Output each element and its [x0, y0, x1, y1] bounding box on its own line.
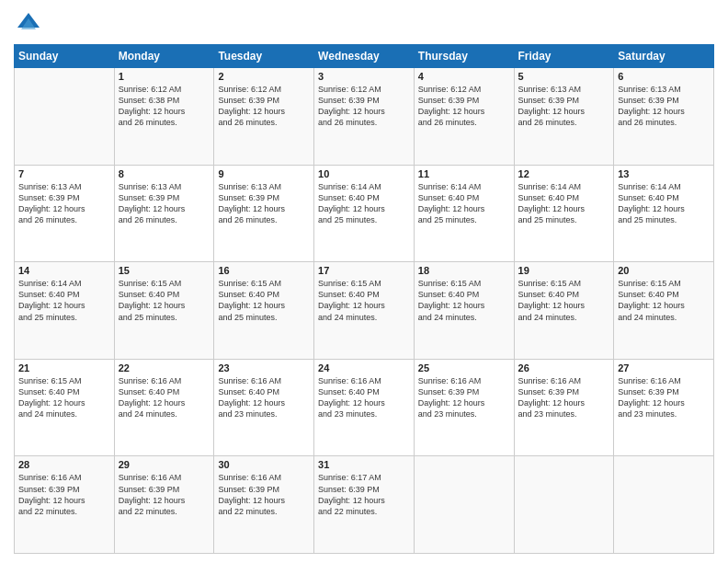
day-number: 17 [318, 265, 410, 276]
day-header-tuesday: Tuesday [214, 45, 314, 68]
logo-icon [14, 9, 43, 39]
day-info: Sunrise: 6:16 AM Sunset: 6:39 PM Dayligh… [518, 375, 610, 420]
day-info: Sunrise: 6:15 AM Sunset: 6:40 PM Dayligh… [218, 278, 310, 323]
day-info: Sunrise: 6:14 AM Sunset: 6:40 PM Dayligh… [318, 181, 410, 226]
calendar-cell: 17Sunrise: 6:15 AM Sunset: 6:40 PM Dayli… [314, 262, 415, 360]
header [14, 9, 714, 39]
calendar-cell: 11Sunrise: 6:14 AM Sunset: 6:40 PM Dayli… [414, 165, 514, 262]
day-info: Sunrise: 6:16 AM Sunset: 6:40 PM Dayligh… [218, 375, 310, 420]
day-number: 28 [18, 459, 110, 470]
day-info: Sunrise: 6:16 AM Sunset: 6:40 PM Dayligh… [318, 375, 410, 420]
day-number: 3 [318, 71, 410, 82]
calendar-cell: 12Sunrise: 6:14 AM Sunset: 6:40 PM Dayli… [514, 165, 614, 262]
day-info: Sunrise: 6:15 AM Sunset: 6:40 PM Dayligh… [119, 278, 210, 323]
day-number: 21 [18, 362, 110, 373]
calendar-cell: 18Sunrise: 6:15 AM Sunset: 6:40 PM Dayli… [414, 262, 514, 360]
calendar-cell: 28Sunrise: 6:16 AM Sunset: 6:39 PM Dayli… [15, 456, 115, 554]
calendar-cell: 14Sunrise: 6:14 AM Sunset: 6:40 PM Dayli… [15, 262, 115, 360]
day-number: 31 [318, 459, 410, 470]
calendar-cell [15, 68, 115, 166]
day-info: Sunrise: 6:16 AM Sunset: 6:39 PM Dayligh… [418, 375, 510, 420]
day-header-saturday: Saturday [614, 45, 714, 68]
day-number: 20 [618, 265, 710, 276]
day-info: Sunrise: 6:13 AM Sunset: 6:39 PM Dayligh… [518, 84, 610, 129]
calendar-cell [514, 456, 614, 554]
calendar-cell: 16Sunrise: 6:15 AM Sunset: 6:40 PM Dayli… [214, 262, 314, 360]
logo [14, 9, 47, 39]
day-number: 14 [18, 265, 110, 276]
day-number: 27 [618, 362, 710, 373]
day-number: 9 [218, 168, 310, 179]
day-header-sunday: Sunday [15, 45, 115, 68]
calendar-cell: 7Sunrise: 6:13 AM Sunset: 6:39 PM Daylig… [15, 165, 115, 262]
day-number: 30 [218, 459, 310, 470]
calendar-cell: 10Sunrise: 6:14 AM Sunset: 6:40 PM Dayli… [314, 165, 415, 262]
calendar-cell: 26Sunrise: 6:16 AM Sunset: 6:39 PM Dayli… [514, 359, 614, 456]
day-info: Sunrise: 6:15 AM Sunset: 6:40 PM Dayligh… [418, 278, 510, 323]
day-number: 19 [518, 265, 610, 276]
day-number: 15 [119, 265, 210, 276]
day-number: 13 [618, 168, 710, 179]
day-info: Sunrise: 6:12 AM Sunset: 6:39 PM Dayligh… [318, 84, 410, 129]
calendar-cell: 3Sunrise: 6:12 AM Sunset: 6:39 PM Daylig… [314, 68, 415, 166]
day-number: 24 [318, 362, 410, 373]
calendar-cell: 19Sunrise: 6:15 AM Sunset: 6:40 PM Dayli… [514, 262, 614, 360]
day-info: Sunrise: 6:15 AM Sunset: 6:40 PM Dayligh… [518, 278, 610, 323]
calendar-cell: 21Sunrise: 6:15 AM Sunset: 6:40 PM Dayli… [15, 359, 115, 456]
calendar-cell: 4Sunrise: 6:12 AM Sunset: 6:39 PM Daylig… [414, 68, 514, 166]
calendar-header-row: SundayMondayTuesdayWednesdayThursdayFrid… [15, 45, 714, 68]
calendar-cell: 24Sunrise: 6:16 AM Sunset: 6:40 PM Dayli… [314, 359, 415, 456]
calendar-week-2: 7Sunrise: 6:13 AM Sunset: 6:39 PM Daylig… [15, 165, 714, 262]
day-info: Sunrise: 6:13 AM Sunset: 6:39 PM Dayligh… [218, 181, 310, 226]
calendar-cell: 5Sunrise: 6:13 AM Sunset: 6:39 PM Daylig… [514, 68, 614, 166]
day-number: 23 [218, 362, 310, 373]
day-info: Sunrise: 6:13 AM Sunset: 6:39 PM Dayligh… [618, 84, 710, 129]
day-number: 16 [218, 265, 310, 276]
day-info: Sunrise: 6:15 AM Sunset: 6:40 PM Dayligh… [18, 375, 110, 420]
calendar-cell: 23Sunrise: 6:16 AM Sunset: 6:40 PM Dayli… [214, 359, 314, 456]
day-header-friday: Friday [514, 45, 614, 68]
calendar-cell: 1Sunrise: 6:12 AM Sunset: 6:38 PM Daylig… [114, 68, 214, 166]
day-info: Sunrise: 6:12 AM Sunset: 6:38 PM Dayligh… [119, 84, 210, 129]
day-number: 26 [518, 362, 610, 373]
day-number: 4 [418, 71, 510, 82]
day-number: 18 [418, 265, 510, 276]
calendar-week-1: 1Sunrise: 6:12 AM Sunset: 6:38 PM Daylig… [15, 68, 714, 166]
day-info: Sunrise: 6:12 AM Sunset: 6:39 PM Dayligh… [418, 84, 510, 129]
calendar-cell [414, 456, 514, 554]
day-info: Sunrise: 6:13 AM Sunset: 6:39 PM Dayligh… [119, 181, 210, 226]
calendar-cell: 9Sunrise: 6:13 AM Sunset: 6:39 PM Daylig… [214, 165, 314, 262]
calendar-week-4: 21Sunrise: 6:15 AM Sunset: 6:40 PM Dayli… [15, 359, 714, 456]
calendar-cell [614, 456, 714, 554]
calendar-week-3: 14Sunrise: 6:14 AM Sunset: 6:40 PM Dayli… [15, 262, 714, 360]
page: SundayMondayTuesdayWednesdayThursdayFrid… [0, 0, 728, 563]
day-info: Sunrise: 6:14 AM Sunset: 6:40 PM Dayligh… [618, 181, 710, 226]
day-info: Sunrise: 6:16 AM Sunset: 6:39 PM Dayligh… [618, 375, 710, 420]
day-info: Sunrise: 6:16 AM Sunset: 6:40 PM Dayligh… [119, 375, 210, 420]
calendar-cell: 31Sunrise: 6:17 AM Sunset: 6:39 PM Dayli… [314, 456, 415, 554]
day-number: 8 [119, 168, 210, 179]
day-number: 7 [18, 168, 110, 179]
day-info: Sunrise: 6:17 AM Sunset: 6:39 PM Dayligh… [318, 472, 410, 517]
calendar-cell: 8Sunrise: 6:13 AM Sunset: 6:39 PM Daylig… [114, 165, 214, 262]
calendar-table: SundayMondayTuesdayWednesdayThursdayFrid… [14, 44, 714, 554]
calendar-cell: 20Sunrise: 6:15 AM Sunset: 6:40 PM Dayli… [614, 262, 714, 360]
day-number: 5 [518, 71, 610, 82]
day-info: Sunrise: 6:14 AM Sunset: 6:40 PM Dayligh… [518, 181, 610, 226]
day-info: Sunrise: 6:12 AM Sunset: 6:39 PM Dayligh… [218, 84, 310, 129]
day-header-monday: Monday [114, 45, 214, 68]
day-header-thursday: Thursday [414, 45, 514, 68]
day-number: 22 [119, 362, 210, 373]
day-number: 2 [218, 71, 310, 82]
calendar-cell: 29Sunrise: 6:16 AM Sunset: 6:39 PM Dayli… [114, 456, 214, 554]
day-number: 10 [318, 168, 410, 179]
day-info: Sunrise: 6:14 AM Sunset: 6:40 PM Dayligh… [18, 278, 110, 323]
day-number: 11 [418, 168, 510, 179]
day-number: 1 [119, 71, 210, 82]
day-number: 29 [119, 459, 210, 470]
day-info: Sunrise: 6:16 AM Sunset: 6:39 PM Dayligh… [119, 472, 210, 517]
calendar-cell: 27Sunrise: 6:16 AM Sunset: 6:39 PM Dayli… [614, 359, 714, 456]
day-header-wednesday: Wednesday [314, 45, 415, 68]
calendar-cell: 2Sunrise: 6:12 AM Sunset: 6:39 PM Daylig… [214, 68, 314, 166]
day-info: Sunrise: 6:13 AM Sunset: 6:39 PM Dayligh… [18, 181, 110, 226]
